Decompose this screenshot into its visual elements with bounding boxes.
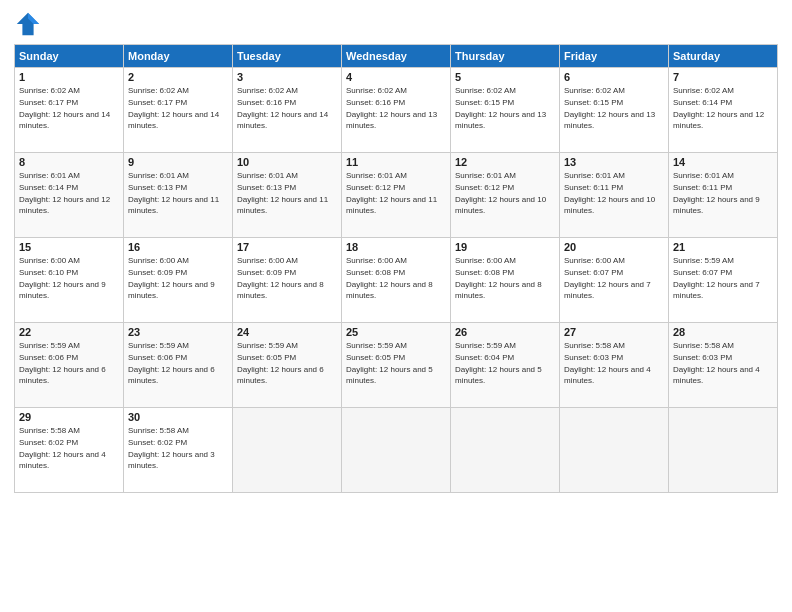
day-info: Sunrise: 6:01 AMSunset: 6:11 PMDaylight:…: [564, 171, 655, 215]
day-number: 24: [237, 326, 337, 338]
calendar-cell: 16 Sunrise: 6:00 AMSunset: 6:09 PMDaylig…: [124, 238, 233, 323]
calendar-cell: 20 Sunrise: 6:00 AMSunset: 6:07 PMDaylig…: [560, 238, 669, 323]
day-header-tuesday: Tuesday: [233, 45, 342, 68]
day-number: 27: [564, 326, 664, 338]
calendar-header-row: SundayMondayTuesdayWednesdayThursdayFrid…: [15, 45, 778, 68]
calendar-cell: 5 Sunrise: 6:02 AMSunset: 6:15 PMDayligh…: [451, 68, 560, 153]
day-number: 16: [128, 241, 228, 253]
calendar-week-2: 8 Sunrise: 6:01 AMSunset: 6:14 PMDayligh…: [15, 153, 778, 238]
calendar-week-5: 29 Sunrise: 5:58 AMSunset: 6:02 PMDaylig…: [15, 408, 778, 493]
day-info: Sunrise: 5:58 AMSunset: 6:02 PMDaylight:…: [128, 426, 215, 470]
day-info: Sunrise: 6:00 AMSunset: 6:10 PMDaylight:…: [19, 256, 106, 300]
day-number: 19: [455, 241, 555, 253]
day-info: Sunrise: 5:58 AMSunset: 6:03 PMDaylight:…: [673, 341, 760, 385]
day-info: Sunrise: 6:01 AMSunset: 6:13 PMDaylight:…: [128, 171, 219, 215]
day-info: Sunrise: 6:00 AMSunset: 6:07 PMDaylight:…: [564, 256, 651, 300]
calendar-cell: 15 Sunrise: 6:00 AMSunset: 6:10 PMDaylig…: [15, 238, 124, 323]
calendar-cell: 9 Sunrise: 6:01 AMSunset: 6:13 PMDayligh…: [124, 153, 233, 238]
calendar-week-1: 1 Sunrise: 6:02 AMSunset: 6:17 PMDayligh…: [15, 68, 778, 153]
day-number: 30: [128, 411, 228, 423]
day-number: 26: [455, 326, 555, 338]
calendar-cell: 13 Sunrise: 6:01 AMSunset: 6:11 PMDaylig…: [560, 153, 669, 238]
day-info: Sunrise: 6:01 AMSunset: 6:12 PMDaylight:…: [346, 171, 437, 215]
day-info: Sunrise: 5:59 AMSunset: 6:05 PMDaylight:…: [237, 341, 324, 385]
day-info: Sunrise: 6:02 AMSunset: 6:16 PMDaylight:…: [346, 86, 437, 130]
day-info: Sunrise: 6:02 AMSunset: 6:15 PMDaylight:…: [455, 86, 546, 130]
day-number: 22: [19, 326, 119, 338]
day-number: 4: [346, 71, 446, 83]
day-number: 6: [564, 71, 664, 83]
logo: [14, 10, 44, 38]
day-info: Sunrise: 6:01 AMSunset: 6:11 PMDaylight:…: [673, 171, 760, 215]
day-info: Sunrise: 6:01 AMSunset: 6:13 PMDaylight:…: [237, 171, 328, 215]
day-number: 9: [128, 156, 228, 168]
day-number: 1: [19, 71, 119, 83]
calendar-cell: 2 Sunrise: 6:02 AMSunset: 6:17 PMDayligh…: [124, 68, 233, 153]
calendar-week-3: 15 Sunrise: 6:00 AMSunset: 6:10 PMDaylig…: [15, 238, 778, 323]
day-number: 10: [237, 156, 337, 168]
calendar-cell: 28 Sunrise: 5:58 AMSunset: 6:03 PMDaylig…: [669, 323, 778, 408]
day-info: Sunrise: 6:00 AMSunset: 6:09 PMDaylight:…: [128, 256, 215, 300]
calendar-week-4: 22 Sunrise: 5:59 AMSunset: 6:06 PMDaylig…: [15, 323, 778, 408]
day-number: 28: [673, 326, 773, 338]
logo-icon: [14, 10, 42, 38]
calendar-cell: 3 Sunrise: 6:02 AMSunset: 6:16 PMDayligh…: [233, 68, 342, 153]
day-header-wednesday: Wednesday: [342, 45, 451, 68]
day-number: 8: [19, 156, 119, 168]
day-info: Sunrise: 6:01 AMSunset: 6:14 PMDaylight:…: [19, 171, 110, 215]
day-header-thursday: Thursday: [451, 45, 560, 68]
calendar-cell: 21 Sunrise: 5:59 AMSunset: 6:07 PMDaylig…: [669, 238, 778, 323]
calendar-table: SundayMondayTuesdayWednesdayThursdayFrid…: [14, 44, 778, 493]
day-info: Sunrise: 6:02 AMSunset: 6:14 PMDaylight:…: [673, 86, 764, 130]
calendar-cell: [233, 408, 342, 493]
calendar-cell: 8 Sunrise: 6:01 AMSunset: 6:14 PMDayligh…: [15, 153, 124, 238]
day-info: Sunrise: 6:01 AMSunset: 6:12 PMDaylight:…: [455, 171, 546, 215]
day-number: 3: [237, 71, 337, 83]
day-number: 17: [237, 241, 337, 253]
day-number: 29: [19, 411, 119, 423]
day-info: Sunrise: 6:00 AMSunset: 6:08 PMDaylight:…: [455, 256, 542, 300]
day-info: Sunrise: 5:59 AMSunset: 6:05 PMDaylight:…: [346, 341, 433, 385]
calendar-cell: 11 Sunrise: 6:01 AMSunset: 6:12 PMDaylig…: [342, 153, 451, 238]
page: SundayMondayTuesdayWednesdayThursdayFrid…: [0, 0, 792, 612]
calendar-cell: 1 Sunrise: 6:02 AMSunset: 6:17 PMDayligh…: [15, 68, 124, 153]
calendar-cell: 14 Sunrise: 6:01 AMSunset: 6:11 PMDaylig…: [669, 153, 778, 238]
calendar-cell: 25 Sunrise: 5:59 AMSunset: 6:05 PMDaylig…: [342, 323, 451, 408]
day-number: 12: [455, 156, 555, 168]
calendar-cell: 24 Sunrise: 5:59 AMSunset: 6:05 PMDaylig…: [233, 323, 342, 408]
calendar-cell: 6 Sunrise: 6:02 AMSunset: 6:15 PMDayligh…: [560, 68, 669, 153]
calendar-cell: 23 Sunrise: 5:59 AMSunset: 6:06 PMDaylig…: [124, 323, 233, 408]
day-number: 11: [346, 156, 446, 168]
day-info: Sunrise: 5:59 AMSunset: 6:06 PMDaylight:…: [128, 341, 215, 385]
day-header-friday: Friday: [560, 45, 669, 68]
calendar-cell: 7 Sunrise: 6:02 AMSunset: 6:14 PMDayligh…: [669, 68, 778, 153]
calendar-cell: 26 Sunrise: 5:59 AMSunset: 6:04 PMDaylig…: [451, 323, 560, 408]
calendar-cell: [560, 408, 669, 493]
day-info: Sunrise: 6:02 AMSunset: 6:16 PMDaylight:…: [237, 86, 328, 130]
header: [14, 10, 778, 38]
day-info: Sunrise: 6:00 AMSunset: 6:08 PMDaylight:…: [346, 256, 433, 300]
calendar-cell: 12 Sunrise: 6:01 AMSunset: 6:12 PMDaylig…: [451, 153, 560, 238]
day-number: 14: [673, 156, 773, 168]
calendar-cell: 4 Sunrise: 6:02 AMSunset: 6:16 PMDayligh…: [342, 68, 451, 153]
calendar-cell: [669, 408, 778, 493]
day-info: Sunrise: 5:59 AMSunset: 6:07 PMDaylight:…: [673, 256, 760, 300]
day-info: Sunrise: 6:02 AMSunset: 6:17 PMDaylight:…: [128, 86, 219, 130]
day-number: 21: [673, 241, 773, 253]
day-number: 2: [128, 71, 228, 83]
day-number: 23: [128, 326, 228, 338]
day-number: 7: [673, 71, 773, 83]
day-info: Sunrise: 5:59 AMSunset: 6:04 PMDaylight:…: [455, 341, 542, 385]
day-number: 20: [564, 241, 664, 253]
calendar-cell: 29 Sunrise: 5:58 AMSunset: 6:02 PMDaylig…: [15, 408, 124, 493]
day-header-monday: Monday: [124, 45, 233, 68]
day-header-saturday: Saturday: [669, 45, 778, 68]
calendar-cell: [342, 408, 451, 493]
calendar-cell: 18 Sunrise: 6:00 AMSunset: 6:08 PMDaylig…: [342, 238, 451, 323]
day-info: Sunrise: 5:58 AMSunset: 6:02 PMDaylight:…: [19, 426, 106, 470]
calendar-cell: 19 Sunrise: 6:00 AMSunset: 6:08 PMDaylig…: [451, 238, 560, 323]
calendar-cell: [451, 408, 560, 493]
day-number: 5: [455, 71, 555, 83]
day-info: Sunrise: 6:00 AMSunset: 6:09 PMDaylight:…: [237, 256, 324, 300]
day-number: 15: [19, 241, 119, 253]
